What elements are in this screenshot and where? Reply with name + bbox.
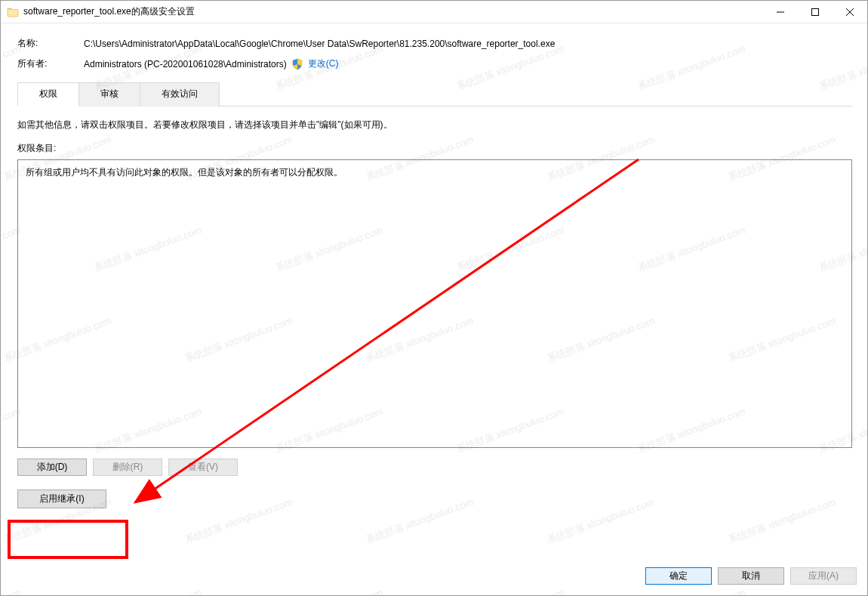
tab-effective-access[interactable]: 有效访问: [140, 82, 220, 107]
apply-button: 应用(A): [790, 567, 857, 585]
tab-auditing[interactable]: 审核: [79, 82, 140, 107]
name-label: 名称:: [17, 37, 84, 50]
owner-label: 所有者:: [17, 57, 84, 70]
shield-icon: [291, 58, 303, 70]
add-button[interactable]: 添加(D): [17, 459, 87, 476]
view-button: 查看(V): [168, 459, 238, 476]
content-area: 名称: C:\Users\Administrator\AppData\Local…: [1, 23, 867, 560]
advanced-security-settings-window: software_reporter_tool.exe的高级安全设置 名称: C:…: [0, 0, 868, 596]
permission-entries-label: 权限条目:: [17, 142, 852, 155]
name-row: 名称: C:\Users\Administrator\AppData\Local…: [17, 37, 852, 50]
tab-body-permissions: 如需其他信息，请双击权限项目。若要修改权限项目，请选择该项目并单击"编辑"(如果…: [17, 107, 852, 551]
remove-button: 删除(R): [93, 459, 162, 476]
cancel-button[interactable]: 取消: [718, 567, 784, 585]
svg-rect-1: [812, 8, 819, 15]
owner-value: Administrators (PC-202001061028\Administ…: [84, 59, 287, 69]
minimize-button[interactable]: [763, 1, 798, 23]
folder-icon: [7, 6, 19, 18]
permission-entries-empty-message: 所有组或用户均不具有访问此对象的权限。但是该对象的所有者可以分配权限。: [26, 166, 844, 179]
permission-entries-list[interactable]: 所有组或用户均不具有访问此对象的权限。但是该对象的所有者可以分配权限。: [17, 159, 852, 448]
ok-button[interactable]: 确定: [645, 567, 712, 585]
permission-action-buttons: 添加(D) 删除(R) 查看(V): [17, 459, 852, 476]
inherit-row: 启用继承(I): [17, 489, 852, 508]
titlebar: software_reporter_tool.exe的高级安全设置: [1, 1, 867, 23]
enable-inheritance-button[interactable]: 启用继承(I): [17, 489, 106, 508]
tabs: 权限 审核 有效访问: [17, 82, 852, 107]
change-owner-link[interactable]: 更改(C): [308, 57, 339, 70]
dialog-footer: 确定 取消 应用(A): [1, 560, 867, 595]
name-value: C:\Users\Administrator\AppData\Local\Goo…: [84, 39, 555, 49]
window-controls: [763, 1, 867, 23]
maximize-button[interactable]: [798, 1, 833, 23]
close-button[interactable]: [833, 1, 867, 23]
owner-row: 所有者: Administrators (PC-202001061028\Adm…: [17, 57, 852, 70]
permissions-instructions: 如需其他信息，请双击权限项目。若要修改权限项目，请选择该项目并单击"编辑"(如果…: [17, 119, 852, 131]
tab-permissions[interactable]: 权限: [17, 82, 79, 107]
window-title: software_reporter_tool.exe的高级安全设置: [23, 5, 763, 18]
